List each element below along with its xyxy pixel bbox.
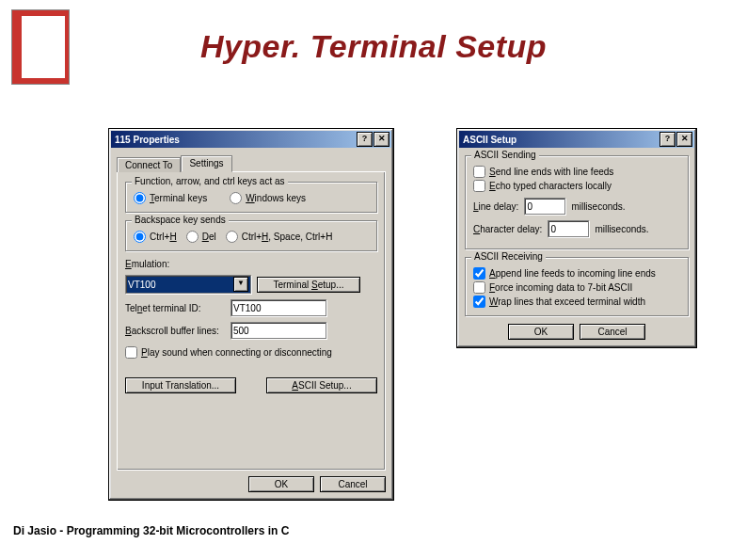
ascii-sending-group: ASCII Sending Send line ends with line f… — [465, 155, 689, 249]
telnet-label: Telnet terminal ID: — [125, 303, 225, 313]
line-delay-unit: milliseconds. — [571, 201, 625, 212]
checkbox-input[interactable] — [473, 180, 485, 192]
radio-del[interactable]: Del — [186, 231, 216, 243]
line-delay-input[interactable] — [524, 198, 565, 215]
function-keys-group: Function, arrow, and ctrl keys act as Te… — [125, 182, 377, 213]
char-delay-unit: milliseconds. — [595, 224, 648, 234]
tab-connect-to[interactable]: Connect To — [117, 157, 181, 172]
char-delay-label: Character delay: — [473, 224, 542, 234]
ok-button[interactable]: OK — [248, 476, 314, 492]
titlebar: 115 Properties ? ✕ — [111, 131, 391, 148]
cancel-button[interactable]: Cancel — [580, 324, 645, 340]
check-force-7bit[interactable]: Force incoming data to 7-bit ASCII — [473, 281, 680, 294]
check-echo-typed[interactable]: Echo typed characters locally — [473, 180, 680, 192]
footer-text: Di Jasio - Programming 32-bit Microcontr… — [13, 524, 289, 537]
checkbox-input[interactable] — [125, 346, 137, 359]
radio-input[interactable] — [186, 231, 199, 243]
checkbox-input[interactable] — [473, 267, 485, 280]
close-icon[interactable]: ✕ — [374, 132, 389, 147]
radio-input[interactable] — [226, 231, 238, 243]
checkbox-input[interactable] — [473, 281, 485, 294]
cancel-button[interactable]: Cancel — [320, 476, 386, 492]
checkbox-input[interactable] — [473, 296, 485, 308]
tab-settings[interactable]: Settings — [181, 155, 231, 172]
group-title: Backspace key sends — [132, 215, 229, 225]
ascii-setup-dialog: ASCII Setup ? ✕ ASCII Sending Send line … — [456, 128, 697, 348]
radio-input[interactable] — [134, 192, 146, 204]
ok-button[interactable]: OK — [508, 324, 574, 340]
chevron-down-icon[interactable]: ▼ — [233, 277, 248, 292]
telnet-input[interactable] — [230, 299, 326, 316]
backscroll-input[interactable] — [230, 322, 326, 339]
checkbox-input[interactable] — [473, 166, 485, 178]
line-delay-label: Line delay: — [473, 201, 518, 212]
radio-windows-keys[interactable]: Windows keys — [230, 192, 306, 204]
radio-input[interactable] — [230, 192, 242, 204]
emulation-label: Emulation: — [125, 259, 377, 269]
char-delay-input[interactable] — [548, 220, 589, 237]
radio-ctrl-h[interactable]: Ctrl+H — [134, 231, 177, 243]
titlebar-text: 115 Properties — [113, 135, 180, 145]
help-icon[interactable]: ? — [357, 132, 373, 147]
close-icon[interactable]: ✕ — [676, 132, 692, 147]
properties-dialog: 115 Properties ? ✕ Connect To Settings F… — [108, 128, 394, 501]
check-wrap-lines[interactable]: Wrap lines that exceed terminal width — [473, 296, 680, 308]
check-send-line-ends[interactable]: Send line ends with line feeds — [473, 166, 680, 178]
group-title: ASCII Receiving — [471, 251, 546, 262]
help-icon[interactable]: ? — [660, 132, 675, 147]
radio-ctrl-h-space[interactable]: Ctrl+H, Space, Ctrl+H — [226, 231, 333, 243]
slide-title: Hyper. Terminal Setup — [0, 28, 747, 65]
group-title: Function, arrow, and ctrl keys act as — [132, 176, 288, 186]
radio-terminal-keys[interactable]: Terminal keys — [134, 192, 207, 204]
ascii-receiving-group: ASCII Receiving Append line feeds to inc… — [465, 257, 689, 316]
ascii-setup-button[interactable]: ASCII Setup... — [266, 377, 377, 393]
titlebar-text: ASCII Setup — [461, 135, 517, 145]
backscroll-label: Backscroll buffer lines: — [125, 326, 225, 336]
backspace-group: Backspace key sends Ctrl+H Del Ctrl+H, S… — [125, 220, 377, 251]
playsound-check[interactable]: Play sound when connecting or disconnect… — [125, 346, 377, 359]
emulation-value: VT100 — [128, 280, 155, 290]
input-translation-button[interactable]: Input Translation... — [125, 377, 236, 393]
titlebar: ASCII Setup ? ✕ — [459, 131, 694, 148]
terminal-setup-button[interactable]: Terminal Setup... — [257, 277, 360, 293]
group-title: ASCII Sending — [471, 150, 539, 160]
emulation-select[interactable]: VT100 ▼ — [125, 275, 251, 294]
check-append-lf[interactable]: Append line feeds to incoming line ends — [473, 267, 680, 280]
radio-input[interactable] — [134, 231, 146, 243]
